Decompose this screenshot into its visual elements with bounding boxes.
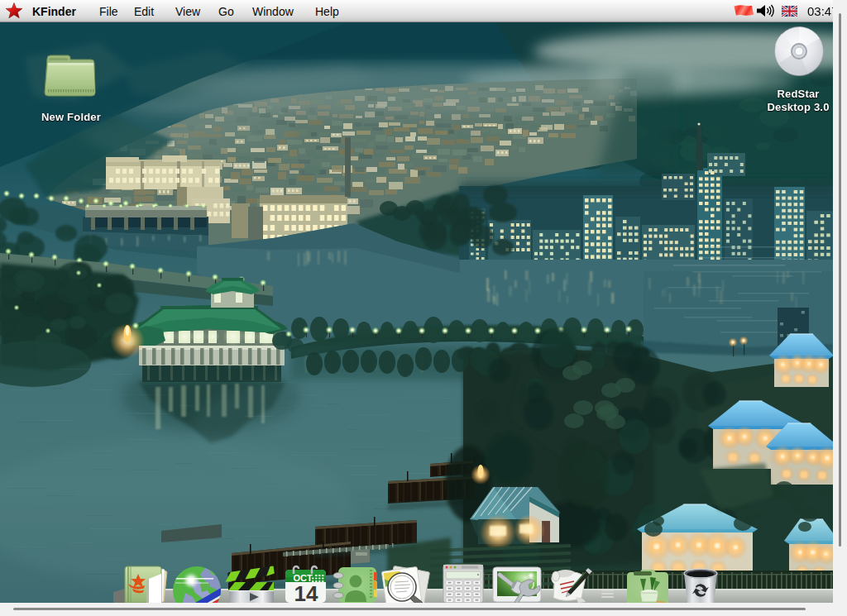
svg-text:14: 14 bbox=[294, 581, 318, 603]
